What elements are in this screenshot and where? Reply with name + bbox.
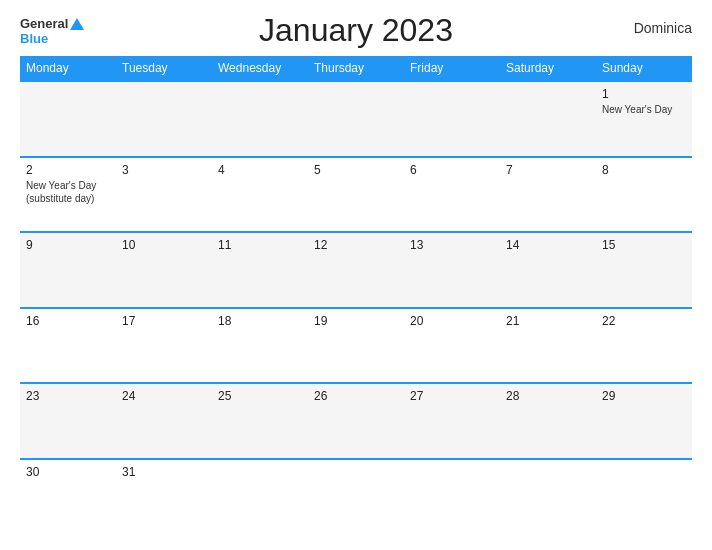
calendar-day-cell — [308, 81, 404, 157]
calendar-header: General Blue January 2023 Dominica — [20, 16, 692, 46]
calendar-week-row: 16171819202122 — [20, 308, 692, 384]
calendar-day-cell — [308, 459, 404, 535]
calendar-day-cell: 29 — [596, 383, 692, 459]
day-number: 1 — [602, 87, 686, 101]
calendar-day-cell — [404, 81, 500, 157]
calendar-day-cell: 14 — [500, 232, 596, 308]
day-number: 17 — [122, 314, 206, 328]
day-number: 3 — [122, 163, 206, 177]
logo-blue-text: Blue — [20, 31, 48, 46]
day-number: 7 — [506, 163, 590, 177]
day-number: 15 — [602, 238, 686, 252]
calendar-day-cell: 10 — [116, 232, 212, 308]
day-number: 28 — [506, 389, 590, 403]
logo: General Blue — [20, 16, 84, 46]
day-number: 10 — [122, 238, 206, 252]
day-number: 5 — [314, 163, 398, 177]
day-number: 25 — [218, 389, 302, 403]
calendar-week-row: 3031 — [20, 459, 692, 535]
calendar-week-row: 2New Year's Day (substitute day)345678 — [20, 157, 692, 233]
calendar-day-cell: 9 — [20, 232, 116, 308]
weekday-header: Tuesday — [116, 56, 212, 81]
calendar-week-row: 23242526272829 — [20, 383, 692, 459]
calendar-day-cell: 11 — [212, 232, 308, 308]
calendar-day-cell: 28 — [500, 383, 596, 459]
weekday-header: Wednesday — [212, 56, 308, 81]
calendar-body: 1New Year's Day2New Year's Day (substitu… — [20, 81, 692, 534]
day-number: 24 — [122, 389, 206, 403]
calendar-day-cell: 18 — [212, 308, 308, 384]
calendar-day-cell: 19 — [308, 308, 404, 384]
calendar-day-cell: 26 — [308, 383, 404, 459]
calendar-day-cell — [404, 459, 500, 535]
calendar-day-cell: 22 — [596, 308, 692, 384]
calendar-day-cell: 23 — [20, 383, 116, 459]
day-number: 31 — [122, 465, 206, 479]
calendar-day-cell — [212, 459, 308, 535]
calendar-day-cell — [20, 81, 116, 157]
calendar-day-cell: 27 — [404, 383, 500, 459]
logo-triangle-icon — [70, 18, 84, 30]
calendar-day-cell: 8 — [596, 157, 692, 233]
weekday-header: Monday — [20, 56, 116, 81]
day-number: 11 — [218, 238, 302, 252]
day-number: 4 — [218, 163, 302, 177]
day-number: 30 — [26, 465, 110, 479]
weekday-header: Saturday — [500, 56, 596, 81]
calendar-day-cell — [116, 81, 212, 157]
calendar-day-cell: 12 — [308, 232, 404, 308]
day-number: 8 — [602, 163, 686, 177]
calendar-header-row: MondayTuesdayWednesdayThursdayFridaySatu… — [20, 56, 692, 81]
calendar-week-row: 1New Year's Day — [20, 81, 692, 157]
day-number: 26 — [314, 389, 398, 403]
calendar-day-cell: 3 — [116, 157, 212, 233]
calendar-day-cell: 1New Year's Day — [596, 81, 692, 157]
calendar-day-cell: 15 — [596, 232, 692, 308]
day-number: 19 — [314, 314, 398, 328]
weekday-header: Sunday — [596, 56, 692, 81]
day-number: 9 — [26, 238, 110, 252]
weekday-header: Thursday — [308, 56, 404, 81]
calendar-day-cell — [212, 81, 308, 157]
calendar-title: January 2023 — [259, 12, 453, 49]
calendar-day-cell: 24 — [116, 383, 212, 459]
day-number: 14 — [506, 238, 590, 252]
weekday-header: Friday — [404, 56, 500, 81]
day-number: 27 — [410, 389, 494, 403]
calendar-day-cell: 5 — [308, 157, 404, 233]
holiday-name: New Year's Day — [602, 103, 686, 116]
day-number: 21 — [506, 314, 590, 328]
day-number: 20 — [410, 314, 494, 328]
calendar-day-cell — [500, 81, 596, 157]
country-name: Dominica — [634, 20, 692, 36]
calendar-day-cell: 7 — [500, 157, 596, 233]
calendar-day-cell: 21 — [500, 308, 596, 384]
day-number: 22 — [602, 314, 686, 328]
calendar-day-cell: 30 — [20, 459, 116, 535]
calendar-day-cell: 17 — [116, 308, 212, 384]
calendar-day-cell: 6 — [404, 157, 500, 233]
day-number: 12 — [314, 238, 398, 252]
day-number: 6 — [410, 163, 494, 177]
calendar-day-cell: 4 — [212, 157, 308, 233]
calendar-week-row: 9101112131415 — [20, 232, 692, 308]
calendar-day-cell: 25 — [212, 383, 308, 459]
day-number: 2 — [26, 163, 110, 177]
day-number: 23 — [26, 389, 110, 403]
day-number: 13 — [410, 238, 494, 252]
day-number: 16 — [26, 314, 110, 328]
calendar-day-cell — [596, 459, 692, 535]
calendar-day-cell — [500, 459, 596, 535]
holiday-name: New Year's Day (substitute day) — [26, 179, 110, 205]
logo-general-text: General — [20, 16, 68, 31]
calendar-day-cell: 13 — [404, 232, 500, 308]
day-number: 29 — [602, 389, 686, 403]
calendar-table: MondayTuesdayWednesdayThursdayFridaySatu… — [20, 56, 692, 534]
day-number: 18 — [218, 314, 302, 328]
calendar-day-cell: 16 — [20, 308, 116, 384]
calendar-day-cell: 20 — [404, 308, 500, 384]
calendar-day-cell: 31 — [116, 459, 212, 535]
calendar-day-cell: 2New Year's Day (substitute day) — [20, 157, 116, 233]
